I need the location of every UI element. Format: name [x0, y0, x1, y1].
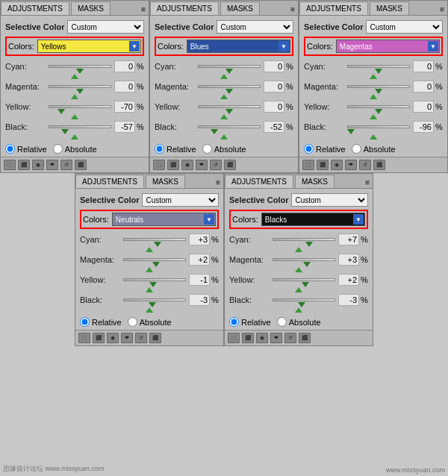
slider-value-magentas-1[interactable] [413, 81, 434, 93]
slider-track-blues-3[interactable] [198, 121, 261, 133]
preset-select-magentas[interactable]: Custom [366, 20, 443, 34]
slider-value-neutrals-2[interactable] [189, 274, 210, 286]
slider-value-blues-0[interactable] [264, 60, 284, 72]
tab-adjustments-neutrals[interactable]: ADJUSTMENTS [75, 175, 144, 188]
slider-value-blacks-0[interactable] [338, 234, 359, 245]
panel-menu-icon-blues[interactable]: ≡ [287, 4, 298, 15]
preset-select-neutrals[interactable]: Custom [142, 193, 219, 207]
tab-adjustments-blacks[interactable]: ADJUSTMENTS [225, 175, 293, 188]
slider-track-magentas-3[interactable] [347, 121, 410, 133]
mountain-icon-yellows[interactable]: ⬚ [4, 160, 16, 170]
slider-track-blacks-3[interactable] [273, 294, 335, 306]
eye-icon-blacks[interactable]: ◉ [256, 333, 268, 343]
slider-track-yellows-3[interactable] [49, 121, 111, 133]
slider-track-yellows-2[interactable] [49, 101, 111, 113]
slider-track-neutrals-1[interactable] [123, 254, 186, 266]
radio-relative-blacks[interactable]: Relative [229, 317, 271, 327]
tab-adjustments-blues[interactable]: ADJUSTMENTS [150, 1, 219, 15]
slider-value-blacks-3[interactable] [338, 294, 359, 306]
preset-select-yellows[interactable]: Custom [67, 20, 144, 34]
tab-masks-magentas[interactable]: MASKS [370, 1, 409, 15]
photo-icon-magentas[interactable]: ⬛ [317, 160, 329, 170]
trash-icon-blacks[interactable]: ⬛ [299, 333, 311, 343]
color-select-neutrals[interactable]: Neutrals [112, 213, 216, 226]
radio-absolute-blacks[interactable]: Absolute [277, 317, 321, 327]
mountain-icon-neutrals[interactable]: ⬚ [78, 333, 90, 343]
photo-icon-blues[interactable]: ⬛ [167, 160, 179, 170]
slider-value-blues-3[interactable] [264, 121, 284, 133]
eye-icon-blues[interactable]: ◉ [181, 160, 193, 170]
slider-track-blues-0[interactable] [198, 60, 261, 72]
color-select-blacks[interactable]: Blacks [261, 213, 365, 226]
slider-track-blacks-1[interactable] [273, 254, 335, 266]
mountain-icon-blues[interactable]: ⬚ [153, 160, 165, 170]
radio-absolute-neutrals[interactable]: Absolute [128, 317, 172, 327]
radio-absolute-yellows[interactable]: Absolute [53, 144, 97, 154]
tab-masks-blacks[interactable]: MASKS [295, 175, 335, 188]
slider-track-blues-1[interactable] [198, 81, 261, 93]
slider-value-yellows-1[interactable] [114, 81, 135, 93]
tab-adjustments-magentas[interactable]: ADJUSTMENTS [299, 1, 368, 15]
eye-icon-neutrals[interactable]: ◉ [107, 333, 119, 343]
trash-icon-yellows[interactable]: ⬛ [75, 160, 87, 170]
mountain-icon-blacks[interactable]: ⬚ [228, 333, 240, 343]
panel-menu-icon-yellows[interactable]: ≡ [138, 4, 149, 15]
heart-icon-neutrals[interactable]: ❤ [121, 333, 133, 343]
slider-value-blues-1[interactable] [264, 81, 284, 93]
slider-value-neutrals-0[interactable] [189, 234, 210, 245]
trash-icon-neutrals[interactable]: ⬛ [149, 333, 161, 343]
slider-value-neutrals-3[interactable] [189, 294, 210, 306]
photo-icon-blacks[interactable]: ⬛ [242, 333, 254, 343]
photo-icon-neutrals[interactable]: ⬛ [93, 333, 105, 343]
slider-value-magentas-0[interactable] [413, 60, 434, 72]
slider-track-yellows-1[interactable] [49, 81, 111, 93]
slider-value-blacks-1[interactable] [338, 254, 359, 266]
radio-absolute-magentas[interactable]: Absolute [352, 144, 396, 154]
rotate-icon-yellows[interactable]: ↺ [60, 160, 72, 170]
tab-masks-blues[interactable]: MASKS [220, 1, 260, 15]
trash-icon-magentas[interactable]: ⬛ [373, 160, 385, 170]
slider-value-yellows-2[interactable] [114, 101, 135, 113]
panel-menu-icon-neutrals[interactable]: ≡ [213, 177, 223, 188]
slider-track-blacks-0[interactable] [273, 234, 335, 245]
slider-value-yellows-3[interactable] [114, 121, 135, 133]
panel-menu-icon-magentas[interactable]: ≡ [437, 4, 447, 15]
tab-adjustments-yellows[interactable]: ADJUSTMENTS [1, 1, 69, 15]
rotate-icon-blacks[interactable]: ↺ [284, 333, 296, 343]
slider-track-magentas-1[interactable] [347, 81, 410, 93]
slider-track-blues-2[interactable] [198, 101, 261, 113]
slider-value-magentas-3[interactable] [413, 121, 434, 133]
color-select-magentas[interactable]: Magentas [336, 40, 440, 53]
panel-menu-icon-blacks[interactable]: ≡ [362, 177, 373, 188]
slider-value-magentas-2[interactable] [413, 101, 434, 113]
slider-value-neutrals-1[interactable] [189, 254, 210, 266]
slider-track-magentas-2[interactable] [347, 101, 410, 113]
trash-icon-blues[interactable]: ⬛ [224, 160, 236, 170]
radio-absolute-blues[interactable]: Absolute [202, 144, 246, 154]
tab-masks-neutrals[interactable]: MASKS [146, 175, 185, 188]
slider-value-blacks-2[interactable] [338, 274, 359, 286]
photo-icon-yellows[interactable]: ⬛ [18, 160, 30, 170]
preset-select-blues[interactable]: Custom [217, 20, 293, 34]
color-select-yellows[interactable]: Yellows [37, 40, 141, 53]
heart-icon-yellows[interactable]: ❤ [46, 160, 58, 170]
slider-track-yellows-0[interactable] [49, 60, 111, 72]
heart-icon-blues[interactable]: ❤ [196, 160, 208, 170]
rotate-icon-neutrals[interactable]: ↺ [135, 333, 147, 343]
eye-icon-yellows[interactable]: ◉ [32, 160, 44, 170]
tab-masks-yellows[interactable]: MASKS [71, 1, 111, 15]
rotate-icon-blues[interactable]: ↺ [210, 160, 222, 170]
slider-track-neutrals-2[interactable] [123, 274, 186, 286]
heart-icon-blacks[interactable]: ❤ [270, 333, 282, 343]
slider-track-neutrals-0[interactable] [123, 234, 186, 245]
radio-relative-magentas[interactable]: Relative [304, 144, 346, 154]
slider-track-neutrals-3[interactable] [123, 294, 186, 306]
slider-track-magentas-0[interactable] [347, 60, 410, 72]
heart-icon-magentas[interactable]: ❤ [345, 160, 357, 170]
radio-relative-neutrals[interactable]: Relative [80, 317, 122, 327]
color-select-blues[interactable]: Blues [187, 40, 290, 53]
rotate-icon-magentas[interactable]: ↺ [359, 160, 371, 170]
radio-relative-yellows[interactable]: Relative [5, 144, 47, 154]
preset-select-blacks[interactable]: Custom [291, 193, 368, 207]
slider-value-yellows-0[interactable] [114, 60, 135, 72]
